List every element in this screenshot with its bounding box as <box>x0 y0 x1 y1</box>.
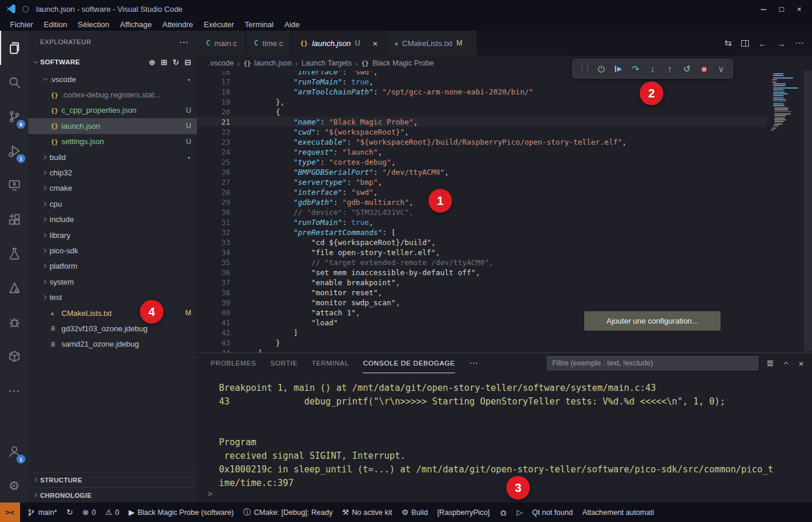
tab-main-c[interactable]: Cmain.c <box>198 31 246 56</box>
code-line[interactable]: 33 "cd ${workspaceRoot}/build", <box>198 237 767 247</box>
tree-item-cortex-debug-registers-stat[interactable]: {}.cortex-debug.registers.stat... <box>28 87 197 102</box>
breadcrumb-item[interactable]: launch.json <box>254 59 292 67</box>
step-out-icon[interactable]: ↑ <box>662 61 677 77</box>
restart-icon[interactable]: ↺ <box>679 61 695 77</box>
code-line[interactable]: 21 "name": "Black Magic Probe", <box>198 117 767 127</box>
status-debug-config[interactable]: ▶Black Magic Probe (software) <box>129 508 234 517</box>
filter-icon[interactable]: ≣ <box>767 358 774 368</box>
new-file-icon[interactable]: ⊕ <box>149 58 155 67</box>
code-line[interactable]: 26 "BMPGDBSerialPort": "/dev/ttyACM0", <box>198 167 767 177</box>
status-sync[interactable]: ↻ <box>67 508 73 517</box>
menu-s-lection[interactable]: Sélection <box>73 20 114 29</box>
tree-item-gd32vf103-ozone-jdebug[interactable]: ≡gd32vf103_ozone.jdebug <box>28 321 197 336</box>
code-line[interactable]: 36 "set mem inaccessible-by-default off"… <box>198 267 767 278</box>
tab-time-c[interactable]: Ctime.c <box>246 31 292 56</box>
code-line[interactable]: 44 ] <box>198 348 767 353</box>
activity-settings[interactable]: ⚙ <box>0 468 28 503</box>
code-line[interactable]: 25 "type": "cortex-debug", <box>198 157 767 167</box>
code-line[interactable]: 23 "executable": "${workspaceRoot}/build… <box>198 137 767 147</box>
panel-maximize-icon[interactable] <box>782 359 790 367</box>
activity-extensions[interactable] <box>0 202 28 236</box>
drag-handle-icon[interactable]: ⋮⋮ <box>577 61 592 77</box>
status-qt-status[interactable]: Qt not found <box>532 508 573 517</box>
status-auto-attach[interactable]: Attachement automati <box>582 508 654 517</box>
activity-account[interactable]: 1 <box>0 434 28 468</box>
breadcrumb-item[interactable]: Launch Targets <box>302 59 352 67</box>
maximize-button[interactable]: □ <box>780 5 784 14</box>
activity-testing[interactable] <box>0 236 28 270</box>
tree-item-library[interactable]: library <box>28 227 197 243</box>
panel-tab-terminal[interactable]: TERMINAL <box>312 353 349 373</box>
status-build[interactable]: ⚙Build <box>401 508 427 517</box>
activity-explorer[interactable] <box>0 31 28 65</box>
tree-item-c-cpp-properties-json[interactable]: {}c_cpp_properties.jsonU <box>28 103 197 118</box>
code-line[interactable]: 20 { <box>198 107 767 117</box>
panel-more-icon[interactable]: ⋯ <box>469 358 478 368</box>
menu-edition[interactable]: Edition <box>38 20 73 29</box>
tree-item-cpu[interactable]: cpu <box>28 196 197 211</box>
stop-icon[interactable]: ■ <box>696 61 712 77</box>
back-icon[interactable]: ← <box>758 38 767 48</box>
menu-aide[interactable]: Aide <box>279 20 305 29</box>
forward-icon[interactable]: → <box>777 38 785 48</box>
status-active-kit[interactable]: ⚒No active kit <box>342 508 392 517</box>
code-line[interactable]: 32 "preRestartCommands": [ <box>198 227 767 237</box>
sidebar-section-chronologie[interactable]: CHRONOLOGIE <box>28 487 197 503</box>
status-run[interactable]: ▷ <box>517 508 523 517</box>
menu-atteindre[interactable]: Atteindre <box>157 20 198 29</box>
tree-item-vscode[interactable]: .vscode● <box>28 71 197 87</box>
open-changes-icon[interactable]: ⇆ <box>724 38 732 48</box>
code-line[interactable]: 28 "interface": "swd", <box>198 187 767 197</box>
tree-item-system[interactable]: system <box>28 274 197 289</box>
new-folder-icon[interactable]: ⊞ <box>161 58 167 67</box>
status-warnings[interactable]: ⚠0 <box>105 508 119 517</box>
activity-debug-tool[interactable] <box>0 305 28 339</box>
tree-item-cmakelists-txt[interactable]: ▲CMakeLists.txtM <box>28 305 197 321</box>
code-line[interactable]: 27 "servertype": "bmp", <box>198 177 767 187</box>
menu-affichage[interactable]: Affichage <box>114 20 157 29</box>
code-line[interactable]: 31 "runToMain": true, <box>198 217 767 227</box>
status-cmake-status[interactable]: ⓘCMake: [Debug]: Ready <box>243 507 332 518</box>
code-line[interactable]: 38 "monitor reset", <box>198 288 767 298</box>
close-button[interactable]: × <box>797 5 801 14</box>
console-output[interactable]: Breakpoint 1, main () at /mnt/data/git/o… <box>198 373 812 489</box>
status-debug-bug[interactable] <box>499 508 508 517</box>
run-cursor-icon[interactable]: ▶ <box>611 61 626 77</box>
code-line[interactable]: 24 "request": "launch", <box>198 147 767 157</box>
debug-filter-input[interactable] <box>547 356 758 370</box>
menu-terminal[interactable]: Terminal <box>240 20 279 29</box>
status-variant[interactable]: [RaspberryPico] <box>437 508 490 517</box>
code-line[interactable]: 30 // "device": "STM32L431VC", <box>198 207 767 217</box>
step-over-icon[interactable]: ↷ <box>628 61 643 77</box>
activity-search[interactable] <box>0 65 28 99</box>
tree-item-platform[interactable]: platform <box>28 259 197 274</box>
explorer-more-icon[interactable]: ⋯ <box>179 37 189 48</box>
panel-close-icon[interactable]: × <box>798 358 804 368</box>
activity-source-control[interactable]: 9 <box>0 99 28 133</box>
tree-item-pico-sdk[interactable]: pico-sdk <box>28 243 197 258</box>
step-into-icon[interactable]: ↓ <box>645 61 660 77</box>
panel-tab-console-de-d-bogage[interactable]: CONSOLE DE DÉBOGAGE <box>363 353 455 373</box>
code-line[interactable]: 43 } <box>198 338 767 348</box>
tree-item-launch-json[interactable]: {}launch.jsonU <box>28 118 197 133</box>
code-line[interactable]: 39 "monitor swdp_scan", <box>198 298 767 308</box>
menu-ex-cuter[interactable]: Exécuter <box>198 20 239 29</box>
editor-scrollbar[interactable] <box>804 71 812 351</box>
status-errors[interactable]: ⊗0 <box>83 508 96 517</box>
tree-item-settings-json[interactable]: {}settings.jsonU <box>28 134 197 149</box>
editor[interactable]: 16 "interface": "swd",17 "runToMain": tr… <box>198 71 812 353</box>
code-line[interactable]: 37 "enable breakpoint", <box>198 278 767 288</box>
more-icon[interactable]: ⋯ <box>795 38 804 48</box>
explorer-section-header[interactable]: SOFTWARE ⊕⊞↻⊟ <box>28 53 197 71</box>
status-git-branch[interactable]: main* <box>27 508 57 517</box>
tree-item-build[interactable]: build● <box>28 149 197 165</box>
code-line[interactable]: 29 "gdbPath": "gdb-multiarch", <box>198 197 767 207</box>
refresh-icon[interactable]: ↻ <box>173 58 179 67</box>
tree-item-test[interactable]: test <box>28 289 197 305</box>
breadcrumb-item[interactable]: Black Magic Probe <box>372 59 434 67</box>
tab-launch-json[interactable]: {}launch.jsonU× <box>292 31 386 56</box>
activity-packages[interactable] <box>0 339 28 373</box>
close-icon[interactable]: × <box>372 38 378 48</box>
tree-item-samd21-ozone-jdebug[interactable]: ≡samd21_ozone.jdebug <box>28 337 197 352</box>
breadcrumb-item[interactable]: .vscode <box>208 59 234 67</box>
